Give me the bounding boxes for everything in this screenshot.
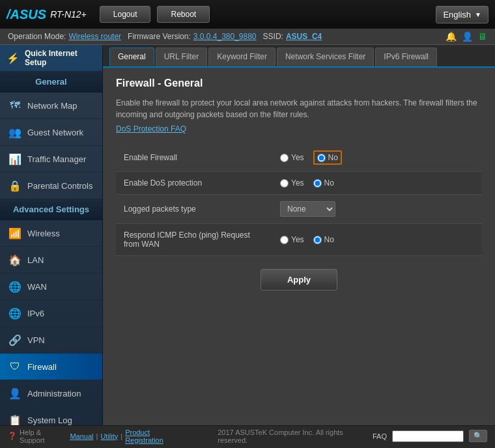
icmp-yes[interactable]: Yes (280, 235, 304, 244)
field-value: Yes No (272, 224, 482, 256)
model-text: RT-N12+ (50, 9, 87, 20)
sidebar-item-label: Network Map (27, 101, 78, 111)
table-row: Enable Firewall Yes No (116, 144, 482, 172)
system-log-icon: 📋 (8, 413, 22, 425)
help-support-label: Help & Support (20, 428, 67, 444)
logged-packets-row: None Accepted Dropped Both (280, 201, 474, 217)
settings-table: Enable Firewall Yes No (116, 144, 482, 256)
field-value: None Accepted Dropped Both (272, 195, 482, 224)
wan-icon: 🌐 (8, 279, 22, 294)
ssid-label: SSID: (263, 32, 283, 41)
sidebar-item-firewall[interactable]: 🛡 Firewall (0, 354, 102, 380)
sidebar-item-wan[interactable]: 🌐 WAN (0, 273, 102, 300)
field-value: Yes No (272, 144, 482, 172)
reboot-button[interactable]: Reboot (157, 6, 210, 23)
help-icon: ❓ (8, 432, 17, 440)
statusbar: Operation Mode: Wireless router Firmware… (0, 29, 495, 45)
network-icon: 🖥 (478, 31, 487, 42)
sidebar-general-header: General (0, 72, 102, 92)
sidebar-item-ipv6[interactable]: 🌐 IPv6 (0, 300, 102, 327)
sidebar-item-traffic-manager[interactable]: 📊 Traffic Manager (0, 146, 102, 173)
apply-button-row: Apply (116, 269, 482, 290)
field-label: Enable Firewall (116, 144, 272, 172)
guest-network-icon: 👥 (8, 125, 22, 139)
content-body: Firewall - General Enable the firewall t… (103, 68, 495, 425)
sidebar: ⚡ Quick InternetSetup General 🗺 Network … (0, 45, 103, 425)
operation-mode-label: Operation Mode: (8, 32, 66, 41)
page-description: Enable the firewall to protect your loca… (116, 97, 482, 120)
sidebar-item-label: WAN (27, 282, 47, 292)
sidebar-item-label: LAN (27, 255, 44, 265)
sidebar-item-label: Traffic Manager (27, 154, 86, 164)
field-label: Enable DoS protection (116, 172, 272, 195)
sidebar-item-lan[interactable]: 🏠 LAN (0, 247, 102, 273)
sidebar-item-parental-controls[interactable]: 🔒 Parental Controls (0, 173, 102, 199)
operation-mode-value[interactable]: Wireless router (68, 32, 121, 41)
product-registration-link[interactable]: Product Registration (125, 428, 189, 444)
quick-internet-setup[interactable]: ⚡ Quick InternetSetup (0, 45, 102, 72)
logout-button[interactable]: Logout (100, 6, 151, 23)
enable-dos-no[interactable]: No (313, 178, 334, 188)
sidebar-item-wireless[interactable]: 📶 Wireless (0, 220, 102, 247)
utility-link[interactable]: Utility (100, 432, 118, 440)
language-selector[interactable]: English ▼ (436, 6, 488, 23)
enable-firewall-radio-group: Yes No (280, 150, 474, 165)
table-row: Logged packets type None Accepted Droppe… (116, 195, 482, 224)
sidebar-item-network-map[interactable]: 🗺 Network Map (0, 92, 102, 119)
lan-icon: 🏠 (8, 253, 22, 267)
vpn-icon: 🔗 (8, 333, 22, 347)
user-icon: 👤 (462, 31, 473, 42)
tab-ipv6-firewall[interactable]: IPv6 Firewall (375, 48, 437, 66)
icmp-radio-group: Yes No (280, 235, 474, 244)
apply-button[interactable]: Apply (261, 269, 337, 290)
sidebar-item-label: Firewall (27, 362, 57, 372)
icmp-no[interactable]: No (313, 235, 334, 244)
faq-label: FAQ (373, 432, 387, 440)
sidebar-item-label: VPN (27, 335, 45, 345)
main-layout: ⚡ Quick InternetSetup General 🗺 Network … (0, 45, 495, 425)
sidebar-item-guest-network[interactable]: 👥 Guest Network (0, 119, 102, 146)
wireless-icon: 📶 (8, 226, 22, 240)
sidebar-item-label: IPv6 (27, 309, 44, 318)
sidebar-item-label: System Log (27, 415, 72, 425)
quick-setup-label: Quick InternetSetup (25, 49, 78, 67)
enable-firewall-yes[interactable]: Yes (280, 153, 304, 162)
page-title: Firewall - General (116, 77, 482, 89)
sidebar-item-label: Guest Network (27, 128, 83, 137)
footer-left: ❓ Help & Support Manual | Utility | Prod… (8, 428, 373, 444)
tab-url-filter[interactable]: URL Filter (156, 48, 208, 66)
field-label: Respond ICMP Echo (ping) Request from WA… (116, 224, 272, 256)
parental-controls-icon: 🔒 (8, 178, 22, 193)
quick-setup-icon: ⚡ (7, 52, 20, 64)
faq-search-input[interactable] (392, 430, 464, 442)
table-row: Enable DoS protection Yes No (116, 172, 482, 195)
tab-general[interactable]: General (109, 48, 154, 66)
footer: ❓ Help & Support Manual | Utility | Prod… (0, 425, 495, 446)
field-value: Yes No (272, 172, 482, 195)
tabs: General URL Filter Keyword Filter Networ… (103, 45, 495, 68)
tab-keyword-filter[interactable]: Keyword Filter (208, 48, 276, 66)
manual-link[interactable]: Manual (70, 432, 93, 440)
asus-logo-text: /ASUS (7, 7, 46, 22)
sidebar-item-vpn[interactable]: 🔗 VPN (0, 327, 102, 354)
sidebar-item-label: Administration (27, 389, 81, 399)
faq-search-button[interactable]: 🔍 (469, 430, 487, 442)
signal-icon: 🔔 (446, 31, 457, 42)
sidebar-item-administration[interactable]: 👤 Administration (0, 380, 102, 407)
sidebar-item-system-log[interactable]: 📋 System Log (0, 407, 102, 425)
network-map-icon: 🗺 (8, 98, 22, 113)
tab-network-services-filter[interactable]: Network Services Filter (277, 48, 374, 66)
field-label: Logged packets type (116, 195, 272, 224)
logged-packets-select[interactable]: None Accepted Dropped Both (280, 201, 335, 217)
firewall-icon: 🛡 (8, 359, 22, 374)
traffic-manager-icon: 📊 (8, 152, 22, 166)
topbar: /ASUS RT-N12+ Logout Reboot English ▼ (0, 0, 495, 29)
content-area: General URL Filter Keyword Filter Networ… (103, 45, 495, 425)
ssid-value[interactable]: ASUS_C4 (286, 32, 322, 41)
status-info: Operation Mode: Wireless router Firmware… (8, 32, 322, 41)
footer-right: FAQ 🔍 (373, 430, 487, 442)
dos-protection-faq-link[interactable]: DoS Protection FAQ (116, 124, 482, 133)
firmware-value[interactable]: 3.0.0.4_380_9880 (193, 32, 257, 41)
enable-dos-yes[interactable]: Yes (280, 178, 304, 188)
firmware-label: Firmware Version: (128, 32, 191, 41)
